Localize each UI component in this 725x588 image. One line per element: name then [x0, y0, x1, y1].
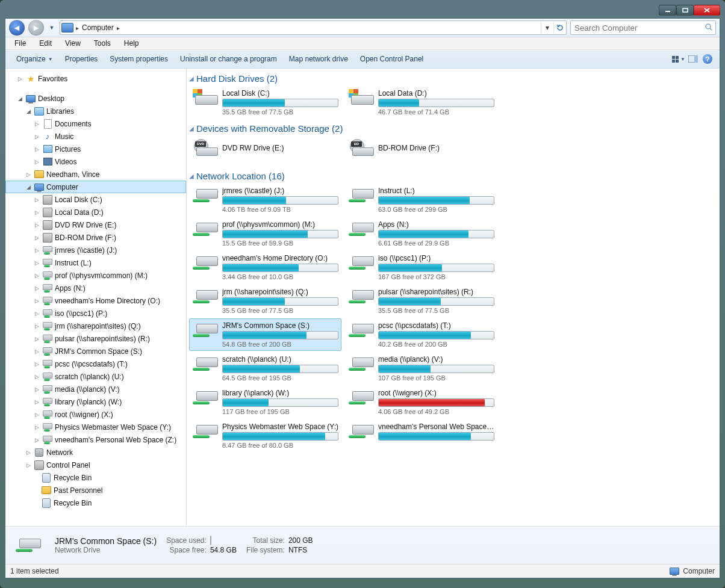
network-drive-icon: [192, 389, 219, 413]
drive-item[interactable]: pcsc (\\pcscdatafs) (T:)40.2 GB free of …: [345, 318, 497, 351]
tree-favorites[interactable]: ▷Favorites: [5, 72, 186, 85]
drive-item[interactable]: JRM's Common Space (S:)54.8 GB free of 2…: [189, 318, 341, 351]
drive-item[interactable]: vneedham's Home Directory (O:)3.44 GB fr…: [189, 251, 341, 283]
tree-drive-item[interactable]: ▷vneedham's Home Directory (O:): [5, 294, 186, 307]
drive-item[interactable]: root (\\wigner) (X:)4.06 GB free of 49.2…: [345, 386, 497, 418]
tree-drive-item[interactable]: ▷jrm (\\sharepoint\sites) (Q:): [5, 320, 186, 332]
tree-pictures[interactable]: ▷Pictures: [5, 143, 186, 155]
tree-recycle-bin[interactable]: Recycle Bin: [5, 471, 186, 484]
menu-tools[interactable]: Tools: [89, 38, 116, 49]
close-button[interactable]: [694, 5, 720, 16]
tree-recycle-bin[interactable]: Recycle Bin: [5, 497, 186, 509]
system-properties-button[interactable]: System properties: [104, 52, 174, 66]
tree-drive-item[interactable]: ▷scratch (\\planck) (U:): [5, 370, 186, 383]
crumb-separator[interactable]: ▸: [115, 25, 122, 31]
network-drive-icon: [192, 422, 219, 447]
network-drive-icon: [192, 288, 219, 312]
tree-drive-item[interactable]: ▷prof (\\physvm\common) (M:): [5, 269, 186, 282]
tree-drive-item[interactable]: ▷Apps (N:): [5, 282, 186, 294]
tree-drive-item[interactable]: ▷pulsar (\\sharepoint\sites) (R:): [5, 332, 186, 345]
drive-item[interactable]: media (\\planck) (V:)107 GB free of 195 …: [345, 352, 497, 385]
menu-view[interactable]: View: [60, 38, 86, 49]
network-drive-icon: [43, 309, 52, 318]
view-chooser[interactable]: ▼: [671, 56, 686, 63]
user-folder-icon: [34, 170, 44, 178]
search-input[interactable]: [573, 23, 705, 33]
refresh-button[interactable]: [553, 22, 566, 34]
organize-button[interactable]: Organize▼: [10, 52, 59, 66]
tree-drive-item[interactable]: ▷BD-ROM Drive (F:): [5, 231, 186, 244]
tree-drive-item[interactable]: ▷Local Data (D:): [5, 206, 186, 218]
tree-drive-item[interactable]: ▷jrmres (\\castle) (J:): [5, 244, 186, 256]
drive-item[interactable]: Apps (N:)6.61 GB free of 29.9 GB: [345, 217, 497, 250]
help-button[interactable]: ?: [700, 54, 715, 64]
forward-button[interactable]: ►: [28, 20, 44, 36]
group-header-removable[interactable]: ◢Devices with Removable Storage (2): [189, 122, 712, 136]
tree-drive-item[interactable]: ▷JRM's Common Space (S:): [5, 345, 186, 357]
drive-item[interactable]: pulsar (\\sharepoint\sites) (R:)35.5 GB …: [345, 285, 497, 317]
menu-edit[interactable]: Edit: [34, 38, 57, 49]
address-bar[interactable]: ▸ Computer ▸ ▾: [60, 20, 567, 35]
star-icon: [26, 74, 36, 84]
drive-item[interactable]: Instruct (L:)63.0 GB free of 299 GB: [345, 184, 497, 216]
drive-icon: [43, 220, 52, 230]
navigation-tree[interactable]: ▷Favorites ◢Desktop ◢Libraries ▷Document…: [5, 69, 187, 526]
drive-item[interactable]: scratch (\\planck) (U:)64.5 GB free of 1…: [189, 352, 341, 385]
group-header-network[interactable]: ◢Network Location (16): [189, 170, 712, 184]
tree-control-panel[interactable]: ▷Control Panel: [5, 459, 186, 471]
drive-item[interactable]: Physics Webmaster Web Space (Y:)8.47 GB …: [189, 419, 341, 452]
tree-music[interactable]: ▷Music: [5, 130, 186, 143]
tree-drive-item[interactable]: ▷Physics Webmaster Web Space (Y:): [5, 421, 186, 433]
open-control-panel-button[interactable]: Open Control Panel: [354, 52, 429, 66]
group-header-hdd[interactable]: ◢Hard Disk Drives (2): [189, 72, 712, 86]
tree-desktop[interactable]: ◢Desktop: [5, 92, 186, 105]
tree-drive-item[interactable]: ▷library (\\planck) (W:): [5, 395, 186, 408]
drive-item[interactable]: iso (\\pcsc1) (P:)167 GB free of 372 GB: [345, 251, 497, 283]
optical-drive-icon: BD: [348, 139, 375, 163]
drive-item[interactable]: DVD DVD RW Drive (E:): [189, 136, 341, 166]
drive-item[interactable]: library (\\planck) (W:)117 GB free of 19…: [189, 386, 341, 418]
content-pane[interactable]: ◢Hard Disk Drives (2) Local Disk (C:)35.…: [187, 69, 720, 526]
folder-icon: [42, 486, 51, 494]
tree-drive-item[interactable]: ▷root (\\wigner) (X:): [5, 408, 186, 421]
tree-drive-item[interactable]: ▷DVD RW Drive (E:): [5, 218, 186, 231]
drive-item[interactable]: Local Data (D:)46.7 GB free of 71.4 GB: [345, 86, 497, 119]
history-dropdown[interactable]: ▼: [48, 21, 56, 34]
tree-user[interactable]: ▷Needham, Vince: [5, 168, 186, 181]
minimize-button[interactable]: [659, 5, 676, 16]
preview-pane-toggle[interactable]: [686, 55, 700, 63]
address-dropdown[interactable]: ▾: [541, 22, 553, 34]
drive-item[interactable]: Local Disk (C:)35.5 GB free of 77.5 GB: [189, 86, 341, 119]
maximize-button[interactable]: [676, 5, 694, 16]
menu-file[interactable]: File: [9, 38, 31, 49]
tree-drive-item[interactable]: ▷media (\\planck) (V:): [5, 383, 186, 395]
tree-drive-item[interactable]: ▷vneedham's Personal Web Space (Z:): [5, 433, 186, 446]
drive-item[interactable]: prof (\\physvm\common) (M:)15.5 GB free …: [189, 217, 341, 250]
tree-drive-item[interactable]: ▷pcsc (\\pcscdatafs) (T:): [5, 357, 186, 370]
drive-item[interactable]: jrm (\\sharepoint\sites) (Q:)35.5 GB fre…: [189, 285, 341, 317]
drive-item[interactable]: vneedham's Personal Web Space (Z:): [345, 419, 497, 452]
tree-videos[interactable]: ▷Videos: [5, 155, 186, 168]
details-total-label: Total size:: [246, 536, 285, 545]
map-drive-button[interactable]: Map network drive: [283, 52, 354, 66]
uninstall-button[interactable]: Uninstall or change a program: [174, 52, 283, 66]
properties-button[interactable]: Properties: [59, 52, 104, 66]
tree-drive-item[interactable]: ▷iso (\\pcsc1) (P:): [5, 307, 186, 320]
search-box[interactable]: [570, 20, 716, 35]
tree-computer[interactable]: ◢Computer: [5, 181, 186, 193]
tree-past-personnel[interactable]: Past Personnel: [5, 484, 186, 497]
crumb-separator[interactable]: ▸: [73, 25, 81, 31]
tree-drive-item[interactable]: ▷Instruct (L:): [5, 256, 186, 269]
drive-item[interactable]: BD BD-ROM Drive (F:): [345, 136, 497, 166]
tree-drive-item[interactable]: ▷Local Disk (C:): [5, 193, 186, 206]
network-drive-icon: [43, 385, 52, 394]
drive-item[interactable]: jrmres (\\castle) (J:)4.06 TB free of 9.…: [189, 184, 341, 216]
tree-documents[interactable]: ▷Documents: [5, 117, 186, 130]
tree-libraries[interactable]: ◢Libraries: [5, 105, 186, 117]
back-button[interactable]: ◄: [9, 20, 25, 36]
pictures-icon: [43, 145, 52, 153]
tree-network[interactable]: ▷Network: [5, 446, 186, 459]
crumb-computer[interactable]: Computer: [81, 23, 115, 32]
menu-help[interactable]: Help: [119, 38, 145, 49]
network-drive-icon: [192, 220, 219, 244]
